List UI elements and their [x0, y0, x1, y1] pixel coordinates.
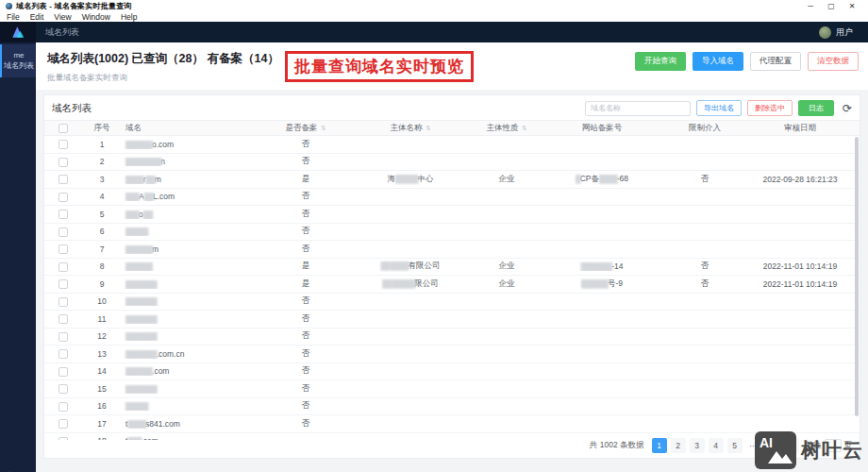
col-label: 限制介入 — [689, 123, 721, 132]
maximize-button[interactable]: ▢ — [821, 2, 842, 10]
row-checkbox[interactable] — [58, 297, 68, 307]
col-header-date: 审核日期 — [748, 123, 852, 134]
cell-restrict: 否 — [661, 278, 748, 290]
redacted-text: ██ █████ — [382, 279, 414, 288]
menu-edit[interactable]: Edit — [30, 12, 44, 22]
cell-no: 16 — [82, 401, 122, 411]
row-checkbox[interactable] — [58, 384, 68, 394]
cell-nature: 企业 — [471, 261, 542, 272]
page-button-2[interactable]: 2 — [671, 438, 686, 453]
cell-check — [44, 401, 82, 412]
cell-no: 10 — [82, 296, 122, 306]
import-domains-button[interactable]: 导入域名 — [693, 52, 743, 71]
visible-text: CP备 — [580, 174, 599, 183]
cell-no: 8 — [82, 261, 122, 271]
row-checkbox[interactable] — [58, 158, 68, 167]
menu-window[interactable]: Window — [82, 12, 110, 22]
start-query-button[interactable]: 开始查询 — [635, 52, 686, 71]
visible-text: .com.cn — [157, 349, 185, 359]
col-header-beian[interactable]: 是否备案⇅ — [261, 123, 350, 134]
row-checkbox[interactable] — [58, 210, 68, 219]
sidebar-item-label: 域名列表 — [3, 60, 35, 71]
row-checkbox[interactable] — [58, 367, 68, 377]
watermark-logo-text: AI — [760, 435, 773, 450]
table-row: 4███A██L.com否 — [44, 189, 860, 207]
cell-no: 13 — [82, 349, 122, 359]
col-header-nature[interactable]: 主体性质⇅ — [471, 123, 542, 134]
cell-no: 1 — [82, 140, 122, 149]
table-row: 7██████m否 — [44, 241, 860, 259]
row-checkbox[interactable] — [58, 244, 68, 254]
row-checkbox[interactable] — [58, 402, 68, 412]
row-checkbox[interactable] — [58, 314, 68, 324]
visible-text: o.com — [152, 140, 174, 149]
cell-date: 2022-11-01 10:14:19 — [748, 261, 852, 271]
cell-beian: 否 — [261, 226, 350, 237]
cell-check — [44, 296, 82, 307]
row-checkbox[interactable] — [58, 332, 68, 342]
cell-domain: ██████m — [122, 244, 261, 254]
cell-domain: ███████ — [122, 384, 261, 394]
sort-icon[interactable]: ⇅ — [321, 125, 326, 132]
user-menu[interactable]: 用户 — [819, 26, 853, 39]
export-domains-button[interactable]: 导出域名 — [696, 100, 742, 116]
sort-icon[interactable]: ⇅ — [522, 125, 526, 132]
refresh-icon[interactable]: ⟳ — [843, 103, 852, 114]
page-header: 域名列表(1002) 已查询（28） 有备案（14） 批量域名备案实时查询 批量… — [36, 42, 868, 90]
col-label: 是否备案 — [286, 123, 318, 132]
row-checkbox[interactable] — [58, 349, 68, 359]
domain-search-input[interactable] — [585, 101, 691, 116]
row-checkbox[interactable] — [58, 279, 68, 289]
row-checkbox[interactable] — [58, 175, 68, 184]
select-all-header — [44, 123, 82, 133]
row-checkbox[interactable] — [58, 140, 68, 149]
row-checkbox[interactable] — [58, 437, 68, 440]
cell-beian: 是 — [261, 261, 350, 272]
table-row: 14██████.com否 — [44, 363, 860, 381]
panel-toolbar: 导出域名 删除选中 日志 ⟳ — [585, 100, 852, 116]
clear-data-button[interactable]: 清空数据 — [808, 52, 859, 71]
col-header-owner[interactable]: 主体名称⇅ — [350, 123, 471, 134]
sort-icon[interactable]: ⇅ — [426, 125, 430, 132]
cell-date: 2022-09-28 16:21:23 — [748, 175, 852, 184]
cell-domain: ███████ — [122, 331, 261, 341]
row-checkbox[interactable] — [58, 228, 68, 237]
menu-file[interactable]: File — [7, 12, 20, 22]
cell-check — [44, 244, 82, 254]
visible-text: .com — [141, 436, 158, 440]
cell-domain: t███.com — [122, 436, 261, 440]
app-window: 域名列表 - 域名备案实时批量查询 ─ ▢ ✕ FileEditViewWind… — [0, 0, 868, 472]
log-button[interactable]: 日志 — [798, 100, 834, 116]
row-checkbox[interactable] — [58, 419, 68, 429]
page-button-5[interactable]: 5 — [727, 438, 743, 453]
app-logo[interactable] — [0, 22, 36, 42]
cell-nature: 企业 — [471, 174, 542, 185]
redacted-text: ███ — [125, 211, 139, 219]
nav-tab-domain-list[interactable]: 域名列表 — [36, 26, 819, 39]
row-checkbox[interactable] — [58, 193, 68, 202]
cell-beian: 否 — [261, 209, 350, 220]
proxy-config-button[interactable]: 代理配置 — [750, 52, 801, 71]
page-button-4[interactable]: 4 — [709, 438, 724, 453]
close-button[interactable]: ✕ — [842, 2, 862, 10]
sidebar-item-domain-list[interactable]: me 域名列表 — [0, 44, 36, 77]
cell-beian: 否 — [261, 313, 350, 325]
redacted-text: █████ — [125, 402, 147, 411]
cell-check — [44, 278, 82, 289]
visible-text: -14 — [611, 261, 623, 271]
page-button-3[interactable]: 3 — [690, 438, 705, 453]
cell-domain: ███████ — [122, 279, 261, 289]
menu-help[interactable]: Help — [121, 12, 137, 22]
delete-selected-button[interactable]: 删除选中 — [747, 100, 793, 116]
sidebar-collapse-button[interactable]: « — [6, 468, 11, 472]
menu-view[interactable]: View — [54, 12, 71, 22]
redacted-text: ███████ — [581, 262, 612, 271]
row-checkbox[interactable] — [58, 262, 68, 272]
minimize-button[interactable]: ─ — [800, 2, 821, 10]
cell-owner: ██ █████限公司 — [350, 278, 471, 290]
select-all-checkbox[interactable] — [58, 124, 68, 133]
cell-domain: █████ — [122, 401, 261, 411]
page-button-1[interactable]: 1 — [652, 438, 667, 453]
redacted-text: █ — [576, 175, 580, 183]
vertical-scrollbar[interactable] — [855, 137, 859, 416]
